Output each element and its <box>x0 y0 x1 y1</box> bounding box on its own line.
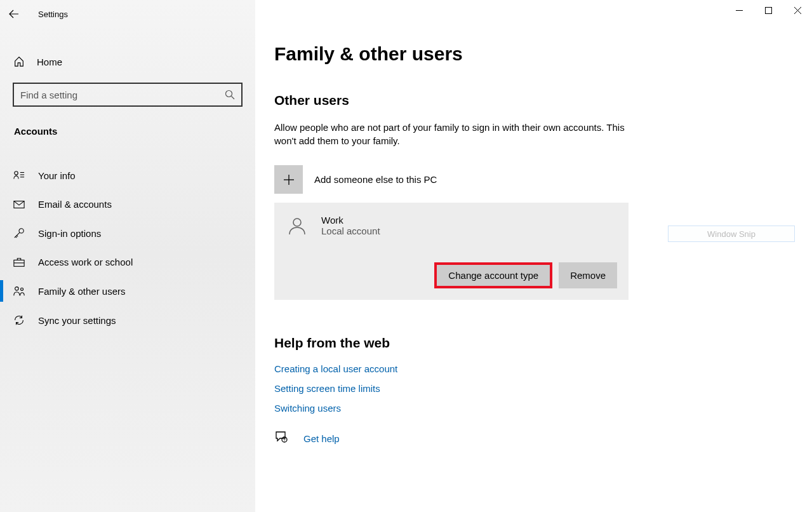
sidebar-item-email[interactable]: Email & accounts <box>0 190 255 219</box>
minimize-button[interactable] <box>724 0 754 20</box>
back-arrow-icon <box>9 9 19 19</box>
nav-label: Family & other users <box>38 286 126 297</box>
sidebar-item-signin[interactable]: Sign-in options <box>0 219 255 248</box>
get-help-link[interactable]: Get help <box>303 433 340 444</box>
svg-point-10 <box>15 287 18 290</box>
sidebar-item-sync[interactable]: Sync your settings <box>0 306 255 335</box>
maximize-icon <box>765 7 772 14</box>
close-button[interactable] <box>783 0 812 20</box>
search-icon <box>225 90 235 100</box>
app-title: Settings <box>38 10 68 19</box>
sidebar-item-work-school[interactable]: Access work or school <box>0 248 255 276</box>
back-button[interactable] <box>0 0 28 28</box>
home-icon <box>13 56 25 67</box>
svg-rect-13 <box>765 7 771 13</box>
sync-icon <box>13 314 25 326</box>
svg-point-2 <box>15 172 18 175</box>
plus-tile <box>274 165 303 194</box>
nav-label: Access work or school <box>38 257 133 267</box>
nav-label: Sync your settings <box>38 315 116 326</box>
user-avatar-icon <box>286 214 309 237</box>
help-link-switching[interactable]: Switching users <box>274 403 802 414</box>
key-icon <box>13 227 25 239</box>
snip-overlay: Window Snip <box>668 226 795 242</box>
svg-point-7 <box>19 229 23 233</box>
change-account-type-button[interactable]: Change account type <box>434 262 552 288</box>
help-section: Help from the web Creating a local user … <box>274 335 802 414</box>
settings-sidebar: Settings Home Accounts Your info Email &… <box>0 0 255 512</box>
minimize-icon <box>736 7 743 14</box>
help-bubble-icon: ? <box>274 430 288 447</box>
user-actions: Change account type Remove <box>286 262 617 288</box>
user-card[interactable]: Work Local account Change account type R… <box>274 203 629 300</box>
user-name: Work <box>321 215 380 226</box>
nav-label: Sign-in options <box>38 228 101 239</box>
mail-icon <box>13 200 25 209</box>
help-link-local-account[interactable]: Creating a local user account <box>274 363 802 374</box>
window-controls <box>724 0 812 20</box>
sidebar-item-home[interactable]: Home <box>0 47 255 76</box>
user-header: Work Local account <box>286 214 617 237</box>
user-type: Local account <box>321 226 380 236</box>
briefcase-icon <box>13 257 25 267</box>
people-icon <box>13 285 25 297</box>
nav-label: Your info <box>38 170 76 181</box>
nav-label: Email & accounts <box>38 199 112 210</box>
svg-line-1 <box>232 97 235 100</box>
add-label: Add someone else to this PC <box>314 174 437 185</box>
page-title: Family & other users <box>274 43 802 65</box>
plus-icon <box>283 173 295 186</box>
add-user-button[interactable]: Add someone else to this PC <box>274 165 802 194</box>
search-box[interactable] <box>13 83 243 107</box>
nav-list: Your info Email & accounts Sign-in optio… <box>0 161 255 335</box>
svg-point-11 <box>21 288 23 290</box>
category-title: Accounts <box>0 118 255 148</box>
help-heading: Help from the web <box>274 335 802 351</box>
svg-point-0 <box>226 91 232 97</box>
remove-user-button[interactable]: Remove <box>559 262 617 288</box>
snip-label: Window Snip <box>707 229 755 239</box>
other-users-desc: Allow people who are not part of your fa… <box>274 121 630 147</box>
content: Family & other users Other users Allow p… <box>255 43 812 447</box>
main-panel: Window Snip Family & other users Other u… <box>255 0 812 512</box>
help-link-screen-time[interactable]: Setting screen time limits <box>274 383 802 394</box>
titlebar: Settings <box>0 0 255 28</box>
maximize-button[interactable] <box>754 0 783 20</box>
user-list-icon <box>13 170 25 181</box>
sidebar-item-family[interactable]: Family & other users <box>0 276 255 306</box>
other-users-heading: Other users <box>274 93 802 108</box>
sidebar-item-your-info[interactable]: Your info <box>0 161 255 190</box>
svg-point-18 <box>293 219 301 226</box>
home-label: Home <box>37 57 62 67</box>
search-input[interactable] <box>20 90 225 100</box>
get-help-row[interactable]: ? Get help <box>274 430 802 447</box>
close-icon <box>794 7 801 14</box>
